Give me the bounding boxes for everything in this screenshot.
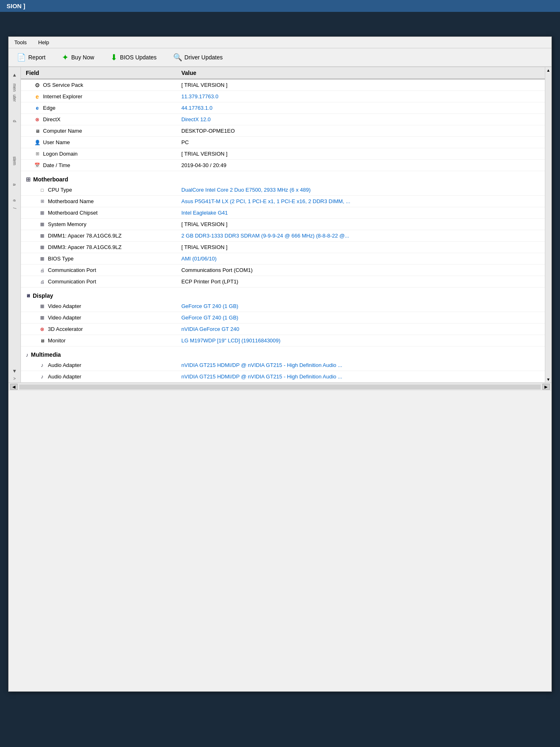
main-content[interactable]: Field Value ⚙ OS Service Pack [ TRIAL VE… [21, 67, 545, 383]
buynow-icon: ✦ [62, 52, 69, 62]
bios-label: BIOS Updates [120, 54, 157, 61]
video-adapter-1-value: GeForce GT 240 (1 GB) [181, 303, 540, 309]
scroll-left-btn[interactable]: ◀ [10, 384, 18, 390]
os-service-pack-value: [ TRIAL VERSION ] [181, 82, 540, 88]
sys-memory-field: System Memory [48, 221, 86, 227]
row-directx: ⊗ DirectX DirectX 12.0 [21, 114, 545, 125]
user-name-field: User Name [43, 139, 70, 145]
dimm1-field: DIMM1: Apacer 78.A1GC6.9LZ [48, 233, 122, 239]
scroll-up-arrow[interactable]: ▲ [11, 71, 18, 79]
multimedia-section-icon: ♪ [26, 352, 29, 358]
sidebar-label-slash: / [12, 208, 17, 209]
row-audio-adapter-1: ♪ Audio Adapter nVIDIA GT215 HDMI/DP @ n… [21, 360, 545, 371]
3d-accelerator-field: 3D Accelerator [48, 326, 83, 332]
bios-type-icon: ▦ [39, 256, 45, 262]
monitor-icon: 🖥 [39, 337, 45, 344]
buynow-button[interactable]: ✦ Buy Now [59, 51, 97, 64]
row-computer-name: 🖥 Computer Name DESKTOP-OPME1EO [21, 125, 545, 137]
date-time-icon: 📅 [34, 162, 41, 169]
bios-button[interactable]: ⬇ BIOS Updates [107, 51, 160, 64]
bios-type-value: AMI (01/06/10) [181, 256, 540, 262]
row-os-service-pack: ⚙ OS Service Pack [ TRIAL VERSION ] [21, 79, 545, 91]
row-date-time: 📅 Date / Time 2019-04-30 / 20:49 [21, 160, 545, 171]
dimm3-value: [ TRIAL VERSION ] [181, 244, 540, 250]
comm-port-2-field: Communication Port [48, 278, 96, 285]
driver-label: Driver Updates [185, 54, 223, 61]
sidebar-label-uter: uter [12, 95, 17, 102]
display-section-icon: 🖥 [26, 293, 30, 298]
section-header-motherboard: ⊞ Motherboard [21, 173, 545, 184]
monitor-field: Monitor [48, 337, 65, 344]
row-dimm3: ▦ DIMM3: Apacer 78.A1GC6.9LZ [ TRIAL VER… [21, 242, 545, 253]
mb-chipset-value: Intel Eaglelake G41 [181, 210, 540, 216]
cpu-type-value: DualCore Intel Core 2 Duo E7500, 2933 MH… [181, 187, 540, 193]
driver-button[interactable]: 🔍 Driver Updates [170, 51, 226, 63]
col-value-header: Value [181, 70, 540, 76]
audio-adapter-1-icon: ♪ [39, 362, 45, 369]
row-user-name: 👤 User Name PC [21, 137, 545, 148]
directx-value: DirectX 12.0 [181, 116, 540, 122]
dimm3-field: DIMM3: Apacer 78.A1GC6.9LZ [48, 244, 122, 250]
row-logon-domain: ⊞ Logon Domain [ TRIAL VERSION ] [21, 148, 545, 160]
row-3d-accelerator: ⊗ 3D Accelerator nVIDIA GeForce GT 240 [21, 324, 545, 335]
logon-domain-icon: ⊞ [34, 151, 41, 157]
sys-memory-icon: ▦ [39, 221, 45, 228]
mb-name-icon: ⊞ [39, 198, 45, 205]
3d-accelerator-icon: ⊗ [39, 326, 45, 333]
3d-accelerator-value: nVIDIA GeForce GT 240 [181, 326, 540, 332]
report-icon: 📄 [17, 53, 26, 62]
mb-chipset-field: Motherboard Chipset [48, 210, 97, 216]
video-adapter-2-value: GeForce GT 240 (1 GB) [181, 315, 540, 321]
ie-field: Internet Explorer [43, 93, 82, 100]
audio-adapter-2-value: nVIDIA GT215 HDMI/DP @ nVIDIA GT215 - Hi… [181, 374, 540, 380]
date-time-value: 2019-04-30 / 20:49 [181, 162, 540, 168]
video-adapter-1-icon: ▦ [39, 303, 45, 310]
menu-tools[interactable]: Tools [12, 38, 29, 46]
sidebar-label-d: d [12, 120, 17, 122]
logon-domain-value: [ TRIAL VERSION ] [181, 151, 540, 157]
directx-field: DirectX [43, 116, 61, 122]
row-bios-type: ▦ BIOS Type AMI (01/06/10) [21, 253, 545, 265]
scroll-down-arrow[interactable]: ▼ [11, 367, 18, 375]
video-adapter-1-field: Video Adapter [48, 303, 81, 309]
video-adapter-2-icon: ▦ [39, 315, 45, 321]
dimm1-value: 2 GB DDR3-1333 DDR3 SDRAM (9-9-9-24 @ 66… [181, 233, 540, 239]
multimedia-section-label: Multimedia [31, 351, 61, 358]
toolbar: 📄 Report ✦ Buy Now ⬇ BIOS Updates 🔍 Driv… [9, 48, 551, 67]
row-comm-port-1: 🖨 Communication Port Communications Port… [21, 265, 545, 276]
mb-name-field: Motherboard Name [48, 198, 94, 204]
scroll-up-btn[interactable]: ▲ [546, 67, 551, 73]
menu-help[interactable]: Help [36, 38, 52, 46]
motherboard-section-label: Motherboard [33, 176, 68, 183]
bios-type-field: BIOS Type [48, 256, 74, 262]
video-adapter-2-field: Video Adapter [48, 315, 81, 321]
bottom-scrollbar[interactable]: ◀ ▶ [9, 383, 551, 391]
display-section-label: Display [33, 292, 53, 299]
table-header: Field Value [21, 67, 545, 79]
monitor-value: LG M197WDP [19" LCD] (190116843009) [181, 337, 540, 344]
row-dimm1: ▦ DIMM1: Apacer 78.A1GC6.9LZ 2 GB DDR3-1… [21, 230, 545, 242]
scroll-down-btn[interactable]: ▼ [546, 376, 551, 383]
bios-icon: ⬇ [111, 52, 117, 62]
audio-adapter-2-field: Audio Adapter [48, 374, 81, 380]
os-service-pack-field: OS Service Pack [43, 82, 83, 88]
menu-bar: Tools Help [9, 37, 551, 48]
scroll-right-btn[interactable]: ▶ [542, 384, 550, 390]
right-scrollbar[interactable]: ▲ ▼ [545, 67, 551, 383]
report-button[interactable]: 📄 Report [14, 51, 49, 63]
mb-name-value: Asus P5G41T-M LX (2 PCI, 1 PCI-E x1, 1 P… [181, 198, 540, 204]
computer-name-icon: 🖥 [34, 128, 41, 134]
audio-adapter-1-field: Audio Adapter [48, 362, 81, 368]
row-sys-memory: ▦ System Memory [ TRIAL VERSION ] [21, 219, 545, 230]
ie-value: 11.379.17763.0 [181, 93, 540, 100]
row-video-adapter-1: ▦ Video Adapter GeForce GT 240 (1 GB) [21, 301, 545, 312]
date-time-field: Date / Time [43, 162, 70, 168]
sidebar-label-stem: stem [12, 156, 17, 165]
scroll-right-arrow[interactable]: > [14, 376, 16, 381]
user-name-icon: 👤 [34, 139, 41, 146]
sidebar-label-a: a [12, 183, 17, 186]
computer-name-field: Computer Name [43, 128, 82, 134]
report-label: Report [28, 54, 45, 61]
comm-port-2-icon: 🖨 [39, 278, 45, 285]
left-panel: ▲ men uter d stem a e / ▼ > [9, 67, 21, 383]
